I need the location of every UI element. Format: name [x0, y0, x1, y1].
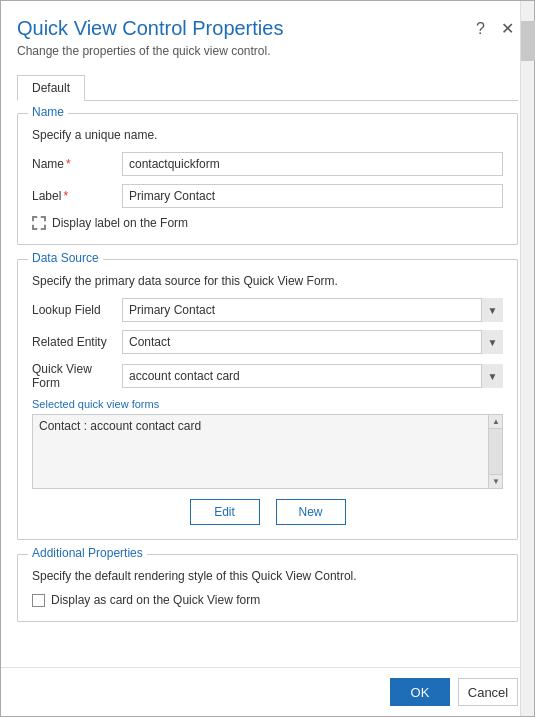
additional-desc: Specify the default rendering style of t…	[32, 569, 503, 583]
lookup-field-select[interactable]: Primary Contact	[122, 298, 503, 322]
scrollbar-thumb[interactable]	[521, 21, 535, 61]
related-entity-select-wrapper: Contact ▼	[122, 330, 503, 354]
close-icon[interactable]: ✕	[497, 17, 518, 40]
scrollbar-track[interactable]	[520, 1, 534, 716]
lookup-field-row: Lookup Field Primary Contact ▼	[32, 298, 503, 322]
dialog-header: Quick View Control Properties ? ✕ Change…	[1, 1, 534, 66]
listbox-scrollbar[interactable]: ▲ ▼	[488, 415, 502, 488]
dialog-title-row: Quick View Control Properties ? ✕	[17, 17, 518, 40]
dialog-body: Default Name Specify a unique name. Name…	[1, 66, 534, 667]
display-card-checkbox-label: Display as card on the Quick View form	[51, 593, 260, 607]
additional-section: Additional Properties Specify the defaul…	[17, 554, 518, 622]
lookup-field-label: Lookup Field	[32, 303, 122, 317]
edit-button[interactable]: Edit	[190, 499, 260, 525]
related-entity-select[interactable]: Contact	[122, 330, 503, 354]
name-section: Name Specify a unique name. Name* Label*…	[17, 113, 518, 245]
display-label-checkbox[interactable]	[32, 216, 46, 230]
name-field-row: Name*	[32, 152, 503, 176]
listbox-scroll-up[interactable]: ▲	[489, 415, 503, 429]
selected-quick-view-label: Selected quick view forms	[32, 398, 503, 410]
quick-view-form-select[interactable]: account contact card	[122, 364, 503, 388]
additional-legend: Additional Properties	[28, 546, 147, 560]
dialog-footer: OK Cancel	[1, 667, 534, 716]
dialog-subtitle: Change the properties of the quick view …	[17, 44, 518, 58]
quick-view-form-select-wrapper: account contact card ▼	[122, 364, 503, 388]
name-required-star: *	[66, 157, 71, 171]
name-label: Name*	[32, 157, 122, 171]
selected-forms-listbox[interactable]: Contact : account contact card ▲ ▼	[32, 414, 503, 489]
list-item: Contact : account contact card	[33, 415, 502, 437]
edit-new-button-row: Edit New	[32, 499, 503, 525]
tab-bar: Default	[17, 74, 518, 101]
display-card-checkbox-row: Display as card on the Quick View form	[32, 593, 503, 607]
name-input[interactable]	[122, 152, 503, 176]
quick-view-form-label: Quick View Form	[32, 362, 122, 390]
ok-button[interactable]: OK	[390, 678, 450, 706]
data-source-section: Data Source Specify the primary data sou…	[17, 259, 518, 540]
display-card-checkbox[interactable]	[32, 594, 45, 607]
label-field-row: Label*	[32, 184, 503, 208]
related-entity-label: Related Entity	[32, 335, 122, 349]
label-input[interactable]	[122, 184, 503, 208]
related-entity-row: Related Entity Contact ▼	[32, 330, 503, 354]
help-icon[interactable]: ?	[472, 18, 489, 40]
data-source-legend: Data Source	[28, 251, 103, 265]
dialog-header-icons: ? ✕	[472, 17, 518, 40]
display-label-checkbox-row: Display label on the Form	[32, 216, 503, 230]
new-button[interactable]: New	[276, 499, 346, 525]
quick-view-form-row: Quick View Form account contact card ▼	[32, 362, 503, 390]
dialog-title: Quick View Control Properties	[17, 17, 283, 40]
name-section-legend: Name	[28, 105, 68, 119]
data-source-desc: Specify the primary data source for this…	[32, 274, 503, 288]
label-label: Label*	[32, 189, 122, 203]
label-required-star: *	[63, 189, 68, 203]
listbox-scroll-down[interactable]: ▼	[489, 474, 503, 488]
lookup-field-select-wrapper: Primary Contact ▼	[122, 298, 503, 322]
display-label-checkbox-label: Display label on the Form	[52, 216, 188, 230]
cancel-button[interactable]: Cancel	[458, 678, 518, 706]
quick-view-dialog: Quick View Control Properties ? ✕ Change…	[0, 0, 535, 717]
tab-default[interactable]: Default	[17, 75, 85, 101]
name-section-desc: Specify a unique name.	[32, 128, 503, 142]
